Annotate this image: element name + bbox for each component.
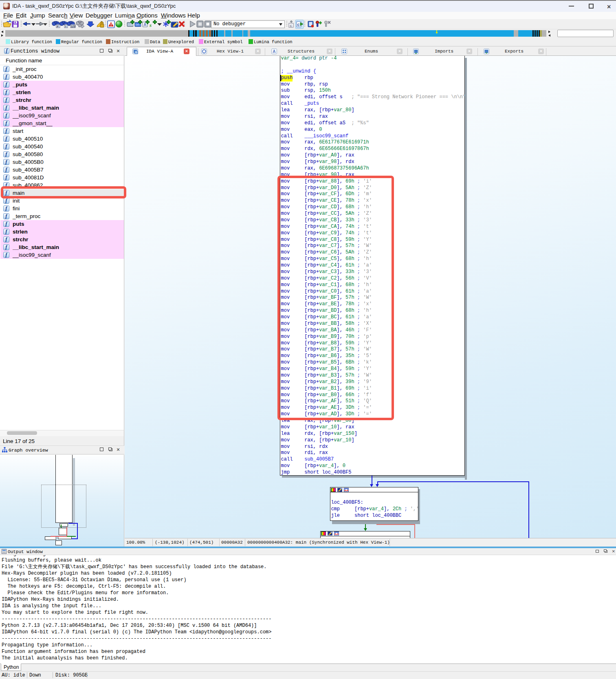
svg-text:I: I xyxy=(66,24,66,28)
svg-text:CODE: CODE xyxy=(128,23,135,26)
svg-text:A: A xyxy=(144,22,147,27)
svg-text:123: 123 xyxy=(71,25,75,28)
svg-text:A: A xyxy=(273,49,276,54)
svg-text:c: c xyxy=(297,23,300,27)
svg-text:s: s xyxy=(149,22,152,28)
svg-text:DATA: DATA xyxy=(136,23,143,26)
svg-text:#: # xyxy=(57,24,59,28)
svg-text:c: c xyxy=(290,24,292,28)
